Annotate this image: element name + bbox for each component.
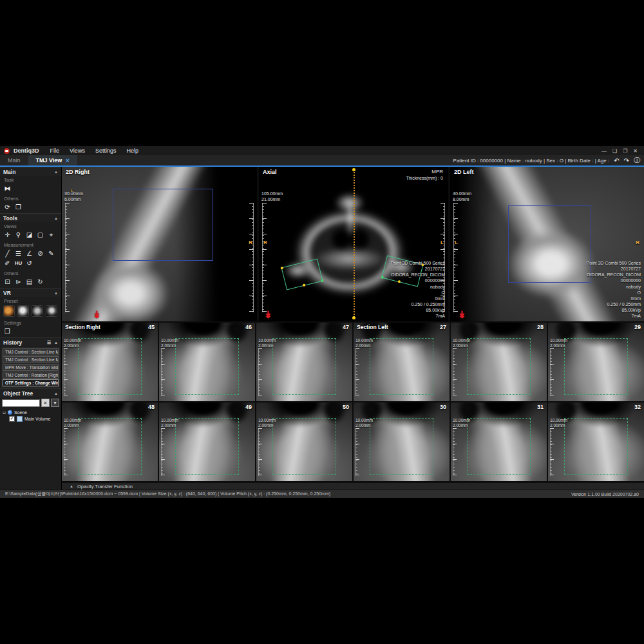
history-item[interactable]: TMJ Control : Rotation [Right] (3, 372, 59, 379)
refresh-icon[interactable]: ⟳ (3, 203, 12, 211)
tree-node-main-volume[interactable]: ✔ Main Volume (3, 415, 59, 422)
length-measure-icon[interactable]: ╱ (3, 249, 12, 258)
search-clear-icon[interactable]: ✕ (41, 399, 50, 407)
menu-help[interactable]: Help (122, 147, 143, 154)
red-pin-icon[interactable]: ↡ (458, 310, 466, 319)
parallel-measure-icon[interactable]: ☰ (14, 249, 23, 258)
section-header-object-tree[interactable]: Object Tree ▲ (0, 388, 61, 397)
close-button[interactable]: ✕ (633, 148, 638, 154)
vr-preset-3[interactable] (32, 305, 43, 317)
search-filter-icon[interactable]: ▼ (51, 399, 59, 407)
roi-rectangle[interactable] (113, 189, 214, 261)
video-record-icon[interactable]: ⊳ (14, 278, 23, 286)
vr-preset-1[interactable] (3, 305, 15, 317)
history-list-icon[interactable]: ☰ (47, 340, 51, 345)
info-icon[interactable]: ⓘ (634, 156, 640, 165)
scale-readout: 40.00mm 8.00mm (453, 191, 471, 203)
tab-main[interactable]: Main (0, 155, 28, 166)
orientation-letter: R (636, 240, 639, 245)
menu-views[interactable]: Views (65, 147, 90, 154)
freehand-measure-icon[interactable]: ✎ (47, 249, 55, 258)
pan-icon[interactable]: ✛ (3, 231, 12, 239)
red-pin-icon[interactable]: ↡ (264, 310, 272, 319)
vr-cube-settings-icon[interactable]: ❒ (3, 327, 12, 336)
restore-button[interactable]: ❐ (623, 148, 627, 154)
redo-icon[interactable]: ↷ (624, 157, 629, 164)
patient-info-bar: Patient ID : 00000000 | Name : nobody | … (453, 155, 644, 166)
viewport-2d-right[interactable]: 2D Right 30.00mm 6.00mm L R ↡ (62, 167, 257, 321)
section-thumb[interactable]: Section Right 45 10.00mm 2.00mm (62, 323, 158, 401)
section-header-main[interactable]: Main ▲ (0, 167, 61, 176)
section-header-history[interactable]: History ☰ ▲ (0, 337, 61, 346)
tab-tmj-view[interactable]: TMJ View ✕ (28, 155, 78, 166)
object-tree-search-input[interactable] (2, 399, 40, 407)
zoom-icon[interactable]: ⚲ (14, 231, 23, 239)
collapse-icon[interactable]: ▲ (54, 341, 58, 345)
tape-measure-icon[interactable]: ↺ (25, 259, 33, 267)
section-history-title: History (3, 339, 22, 346)
viewport-2d-left[interactable]: 2D Left 40.00mm 8.00mm L R ↡ Point 3D Co… (450, 167, 644, 321)
red-pin-icon[interactable]: ↡ (93, 310, 101, 319)
section-thumb[interactable]: 30 10.00mm 2.00mm (354, 402, 450, 481)
hu-measure-icon[interactable]: HU (14, 259, 23, 267)
collapse-icon[interactable]: ▲ (54, 216, 58, 220)
panel-layout-button[interactable]: ❏ (612, 148, 617, 154)
section-thumb[interactable]: 48 10.00mm 2.00mm (62, 402, 158, 481)
angle-measure-icon[interactable]: ∠ (25, 249, 33, 258)
section-thumb[interactable]: 50 10.00mm 2.00mm (256, 402, 352, 481)
viewport-axial[interactable]: Axial MPR Thickness(mm) : 0 105.00mm 21.… (259, 167, 448, 321)
smart-zoom-icon[interactable]: ⌖ (47, 231, 55, 239)
history-item[interactable]: MPR Move : Translation Slider [Axial] (3, 364, 59, 371)
collapse-icon[interactable]: ▲ (54, 392, 58, 395)
history-item[interactable]: TMJ Control : Section Line Move [Right] (3, 356, 59, 363)
section-header-vr[interactable]: VR ▲ (0, 288, 61, 297)
section-header-tools[interactable]: Tools ▲ (0, 213, 61, 222)
section-thumb[interactable]: 47 10.00mm 2.00mm (256, 323, 352, 401)
windowing-icon[interactable]: ◪ (25, 231, 33, 239)
reset-view-icon[interactable]: ↻ (36, 278, 44, 286)
line-handle-dot[interactable] (352, 168, 355, 171)
display-eye-icon[interactable]: ▢ (36, 231, 44, 239)
section-thumb[interactable]: 32 10.00mm 2.00mm (548, 402, 644, 481)
roi-rectangle[interactable] (508, 205, 591, 283)
section-thumb[interactable]: 28 10.00mm 2.00mm (451, 323, 547, 401)
history-item-selected[interactable]: OTF Settings : Change Windowing Range (3, 379, 59, 386)
section-roi (564, 418, 627, 475)
tab-close-icon[interactable]: ✕ (65, 158, 70, 164)
collapse-icon[interactable]: ▲ (54, 170, 58, 174)
history-item[interactable]: TMJ Control : Section Line Move [Left] (3, 348, 59, 355)
minimize-button[interactable]: — (601, 148, 607, 154)
section-roi (272, 418, 336, 475)
handle-dot[interactable] (281, 267, 284, 270)
scale-readout: 105.00mm 21.00mm (261, 191, 283, 203)
scale-readout: 10.00mm 2.00mm (258, 338, 276, 348)
scale-readout: 10.00mm 2.00mm (355, 338, 373, 348)
tmj-task-icon[interactable]: ⧓ (3, 184, 12, 193)
object-tree: ⊟ Scene ✔ Main Volume (0, 408, 61, 422)
section-thumb[interactable]: 46 10.00mm 2.00mm (159, 323, 255, 401)
main-others-icons: ⟳ ❐ (0, 202, 61, 213)
vr-preset-4[interactable] (46, 305, 57, 317)
menu-file[interactable]: File (46, 147, 64, 154)
expand-up-icon[interactable]: ▲ (70, 484, 73, 488)
annotation-icon[interactable]: ▤ (25, 278, 33, 286)
section-thumb[interactable]: 31 10.00mm 2.00mm (451, 402, 547, 481)
section-thumb[interactable]: 49 10.00mm 2.00mm (159, 402, 255, 481)
vr-preset-2[interactable] (17, 305, 29, 317)
orientation-letter: R (263, 240, 267, 245)
circle-measure-icon[interactable]: ⊘ (36, 249, 44, 258)
layout-change-icon[interactable]: ❐ (14, 203, 23, 211)
menu-settings[interactable]: Settings (91, 147, 121, 154)
mpr-center-line[interactable] (354, 169, 355, 317)
expand-icon[interactable]: ⊟ (3, 410, 6, 415)
slice-number: 29 (634, 324, 641, 330)
visibility-checkbox[interactable]: ✔ (9, 416, 15, 422)
capture-camera-icon[interactable]: ⊡ (3, 278, 12, 286)
memo-icon[interactable]: ✐ (3, 259, 12, 267)
tree-node-scene[interactable]: ⊟ Scene (3, 409, 59, 415)
collapse-icon[interactable]: ▲ (54, 291, 58, 295)
otf-panel-bar[interactable]: ▲ Opacity Transfer Function (62, 482, 644, 489)
section-thumb[interactable]: 29 10.00mm 2.00mm (548, 323, 644, 401)
undo-icon[interactable]: ↶ (614, 157, 619, 164)
section-thumb[interactable]: Section Left 27 10.00mm 2.00mm (354, 323, 450, 401)
